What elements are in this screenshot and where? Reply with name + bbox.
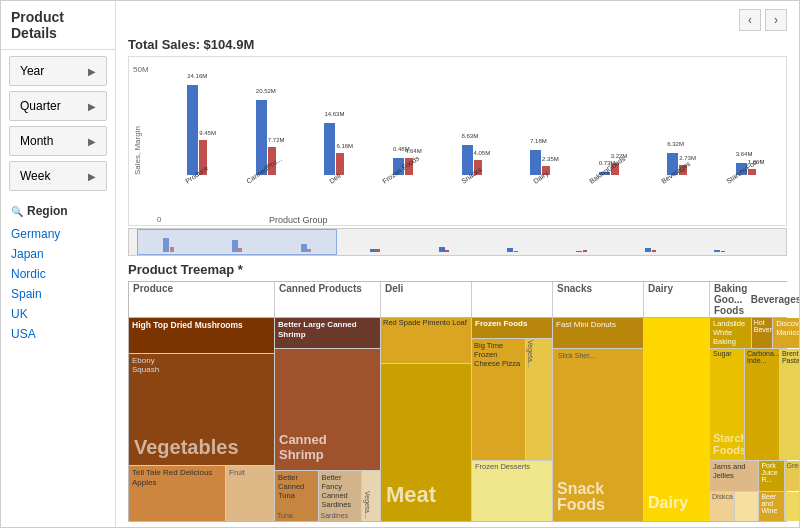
tm-cell-dairy[interactable]: Dairy (644, 318, 709, 521)
tm-cell-carbonated[interactable]: Carbona... Inde... (745, 349, 779, 460)
main-content: ‹ › Total Sales: $104.9M 50M Sales, Marg… (116, 1, 799, 527)
frozen-column: Frozen Foods Big Time Frozen Cheese Pizz… (472, 318, 552, 521)
tm-label-frozen: Frozen Foods (472, 318, 552, 329)
tm-cell-baking-extra[interactable] (735, 492, 759, 522)
week-filter[interactable]: Week ▶ (9, 161, 107, 191)
tm-label-hot-bev: Hot Bever... (752, 318, 772, 334)
beverages-bottom: Pork Juice R... Beer and Wine (759, 461, 783, 521)
tm-big-snack: Snack Foods (557, 481, 643, 513)
region-spain[interactable]: Spain (11, 284, 105, 304)
tm-label-fruit: Fruit (226, 466, 274, 479)
quarter-arrow: ▶ (88, 101, 96, 112)
tm-label-manicotti: Discover Manicotti (773, 318, 799, 338)
bar-group-dairy: 7.18M 2.35M Dairy (506, 150, 575, 186)
treemap-footnote: * The data set contains negative or zero… (128, 526, 787, 527)
bar-group-beverages: 6.32M 2.73M Beverages (643, 153, 712, 186)
year-filter[interactable]: Year ▶ (9, 56, 107, 86)
tm-cell-sardines[interactable]: Better Fancy Canned Sardines Sardines (319, 471, 362, 521)
quarter-label: Quarter (20, 99, 61, 113)
dairy-column: Dairy (644, 318, 709, 521)
tm-cell-beer-wine[interactable]: Beer and Wine (759, 492, 783, 522)
tm-cell-apples[interactable]: Tell Tale Red Delicious Apples (129, 466, 225, 521)
bar-group-frozen: 0.48M 4.64M Frozen Foods (369, 158, 438, 186)
quarter-filter[interactable]: Quarter ▶ (9, 91, 107, 121)
tm-cell-canned-tuna[interactable]: Better Canned Tuna Tuna (275, 471, 318, 521)
baking-bottom-row: Diskca (710, 492, 758, 522)
bar-group-snacks: 8.63M 4.05M Snacks (437, 145, 506, 186)
bar-blue-dairy (530, 150, 541, 175)
tm-cell-desserts[interactable]: Frozen Desserts (472, 461, 552, 521)
y-zero-label: 0 (157, 215, 161, 224)
tm-cell-mushrooms[interactable]: High Top Dried Mushrooms (129, 318, 274, 353)
nav-prev-button[interactable]: ‹ (739, 9, 761, 31)
tm-cell-pork-juice[interactable]: Pork Juice R... (759, 461, 783, 491)
col-header-canned: Canned Products (275, 282, 380, 317)
bar-group-starchy: 3.64M 1.66M StarchyFoo... (712, 163, 781, 186)
tm-cell-vegeta-frozen[interactable]: Vegeta... (526, 339, 552, 460)
region-uk[interactable]: UK (11, 304, 105, 324)
tm-cell-diskca[interactable]: Diskca (710, 492, 734, 522)
treemap-title: Product Treemap * (128, 262, 787, 277)
sidebar: Product Details Year ▶ Quarter ▶ Month ▶… (1, 1, 116, 527)
tm-label-sugar: Sugar (710, 349, 744, 358)
year-arrow: ▶ (88, 66, 96, 77)
tm-cell-baking-top[interactable]: Landslide White Baking Goods (710, 318, 751, 348)
tm-cell-snack-foods[interactable]: Slick Sher... Snack Foods (553, 349, 643, 521)
frozen-items: Big Time Frozen Cheese Pizza Vegeta... F… (472, 339, 552, 521)
tm-big-canned-shrimp: CannedShrimp (279, 433, 327, 462)
frozen-top-row: Big Time Frozen Cheese Pizza Vegeta... (472, 339, 552, 460)
search-icon: 🔍 (11, 206, 23, 217)
region-title: Region (27, 204, 68, 218)
tm-cell-pimento[interactable]: Red Spade Pimento Loaf (381, 318, 471, 363)
snacks-column: Fast Mini Donuts Slick Sher... Snack Foo… (553, 318, 643, 521)
minimap[interactable] (128, 228, 787, 256)
bar-group-produce: 24.16M 9.45M Produce (163, 85, 232, 186)
region-japan[interactable]: Japan (11, 244, 105, 264)
region-nordic[interactable]: Nordic (11, 264, 105, 284)
tm-cell-starchy-extra[interactable] (785, 492, 799, 522)
tm-cell-shrimp-top[interactable]: Better Large Canned Shrimp (275, 318, 380, 348)
tm-cell-manicotti[interactable]: Discover Manicotti (773, 318, 799, 348)
col-header-dairy: Dairy (644, 282, 709, 317)
month-arrow: ▶ (88, 136, 96, 147)
tm-label-canned-tuna: Better Canned Tuna (275, 471, 318, 502)
region-usa[interactable]: USA (11, 324, 105, 344)
treemap-body[interactable]: High Top Dried Mushrooms EbonySquash Veg… (128, 317, 787, 522)
bar-chart-section: Total Sales: $104.9M 50M Sales, Margin 2… (128, 37, 787, 256)
bar-group-deli: 14.63M 6.16M Deli (300, 123, 369, 186)
month-filter[interactable]: Month ▶ (9, 126, 107, 156)
tm-cell-frozen-header[interactable]: Frozen Foods (472, 318, 552, 338)
treemap-section: Product Treemap * Produce Canned Product… (128, 262, 787, 527)
canned-bottom: Better Canned Tuna Tuna Better Fancy Can… (275, 471, 380, 521)
produce-bottom-row: Tell Tale Red Delicious Apples Fruit (129, 466, 274, 521)
tm-label-shrimp-top: Better Large Canned Shrimp (275, 318, 380, 341)
tm-cell-starchy-right[interactable]: Brentfield Pasta (780, 349, 799, 460)
bar-blue-deli (324, 123, 335, 175)
tm-cell-fruit[interactable]: Fruit (226, 466, 274, 521)
region-section: 🔍 Region Germany Japan Nordic Spain UK U… (1, 196, 115, 352)
bar-group-baking: 0.73M 3.22M BakingGoods (574, 163, 643, 186)
nav-next-button[interactable]: › (765, 9, 787, 31)
tm-cell-vegeta[interactable]: Vegeta... (362, 471, 380, 521)
tm-cell-pizza[interactable]: Big Time Frozen Cheese Pizza (472, 339, 525, 460)
tm-cell-canned-shrimp[interactable]: CannedShrimp (275, 349, 380, 470)
tm-cell-jams[interactable]: Jams and Jellies (710, 461, 758, 491)
tm-cell-starchy-bottom[interactable]: Green... (785, 461, 799, 491)
tm-cell-meat[interactable]: Meat (381, 364, 471, 521)
bar-group-canned: 20.52M 7.72M CannedPro... (232, 100, 301, 186)
minimap-selection (137, 229, 337, 255)
tm-label-jams: Jams and Jellies (710, 461, 758, 481)
bar-chart[interactable]: 50M Sales, Margin 24.16M (128, 56, 787, 226)
region-germany[interactable]: Germany (11, 224, 105, 244)
tm-cell-hot-bev[interactable]: Hot Bever... (752, 318, 772, 348)
bar-blue-produce (187, 85, 198, 175)
right-bottom: Jams and Jellies Diskca (710, 461, 799, 521)
nav-buttons: ‹ › (739, 9, 787, 31)
year-label: Year (20, 64, 44, 78)
tm-cell-vegetables[interactable]: EbonySquash Vegetables (129, 354, 274, 465)
tm-cell-sugar[interactable]: Sugar Starchy Foods (710, 349, 744, 460)
tm-cell-donuts[interactable]: Fast Mini Donuts (553, 318, 643, 348)
tm-label-starchy-right: Brentfield Pasta (780, 349, 799, 365)
month-label: Month (20, 134, 53, 148)
tm-big-meat: Meat (386, 484, 436, 506)
